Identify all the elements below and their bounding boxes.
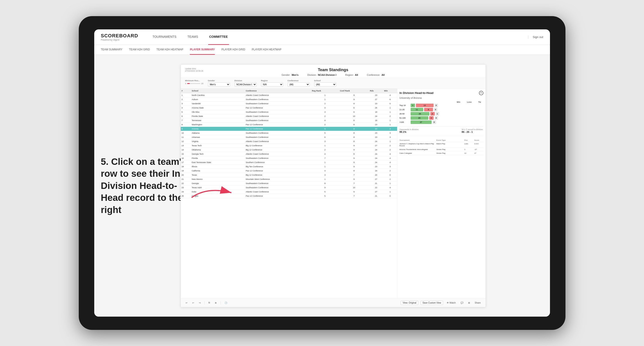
table-row[interactable]: 8 Washington Pac-12 Conference 2 8 23 1 <box>181 122 397 127</box>
filter-school: School (All) <box>314 80 336 87</box>
cell-school: East Tennessee State <box>191 160 245 164</box>
subnav-player-h2h-grid[interactable]: PLAYER H2H GRID <box>222 45 245 55</box>
h2h-wl-group: W-L-T record in-division: 86 - 26 - 1 <box>462 128 484 133</box>
undo-button[interactable]: ↩ <box>184 301 189 305</box>
region-filter-select[interactable]: N/A <box>261 82 283 87</box>
table-row[interactable]: 4 Arizona State Pac-12 Conference 4 6 26… <box>181 106 397 110</box>
save-custom-button[interactable]: Save Custom View <box>420 301 443 305</box>
table-row[interactable]: 7 Tennessee Southeastern Conference 4 6 … <box>181 118 397 122</box>
subnav-player-h2h-heatmap[interactable]: PLAYER H2H HEATMAP <box>252 45 282 55</box>
table-row[interactable]: 10 Alabama Southeastern Conference 5 8 2… <box>181 131 397 135</box>
table-row[interactable]: 18 Illinois Big Ten Conference 1 9 23 3 <box>181 164 397 169</box>
col-tournament-label: Tournament <box>400 139 436 141</box>
division-filter-select[interactable]: NCAA Division I <box>234 82 257 87</box>
cell-win: 4 <box>383 156 397 160</box>
grid-button[interactable]: ⊞ <box>467 301 471 305</box>
table-row[interactable]: 19 California Pac-12 Conference 4 8 24 2 <box>181 169 397 173</box>
cell-conf-rank: 8 <box>339 139 369 143</box>
bottom-toolbar: ↩ ↩ ↪ | ⧉ ⊕ | 🕐 View: Original Save Cust… <box>181 298 486 307</box>
region-meta: Region: All <box>345 74 358 76</box>
table-row[interactable]: 17 East Tennessee State Southern Confere… <box>181 160 397 164</box>
h2h-range-row: >100 27 0 <box>400 120 484 124</box>
cell-conf-rank: 8 <box>339 127 369 131</box>
table-row[interactable]: 3 Vanderbilt Southeastern Conference 2 8… <box>181 101 397 106</box>
cell-school: Florida State <box>191 114 245 118</box>
paste-button[interactable]: ⊕ <box>214 301 218 305</box>
watch-button[interactable]: 👁 Watch <box>445 301 457 305</box>
cell-rank: 8 <box>181 122 191 127</box>
cell-conference: Southeastern Conference <box>245 97 311 101</box>
cell-rds: 23 <box>369 131 383 135</box>
table-row[interactable]: 20 Texas Big 12 Conference 3 7 20 0 <box>181 173 397 177</box>
sign-out-button[interactable]: Sign out <box>528 35 543 39</box>
table-row[interactable]: 2 Auburn Southeastern Conference 1 9 27 … <box>181 97 397 101</box>
cell-conference: Pac-12 Conference <box>245 127 311 131</box>
main-content: 5. Click on a team's row to see their In… <box>94 55 550 317</box>
table-row[interactable]: 5 Ole Miss Southeastern Conference 3 6 1… <box>181 110 397 114</box>
table-row[interactable]: 15 Georgia Tech Atlantic Coast Conferenc… <box>181 152 397 156</box>
cell-conf-rank: 9 <box>339 156 369 160</box>
cell-win: 1 <box>383 181 397 185</box>
tablet-screen: SCOREBOARD Powered by clipp'd TOURNAMENT… <box>94 29 550 317</box>
redo-button[interactable]: ↪ <box>198 301 202 305</box>
conference-filter-select[interactable]: (All) <box>288 82 310 87</box>
cell-conference: Southeastern Conference <box>245 110 311 114</box>
h2h-loss-bar: 8 <box>424 108 433 111</box>
undo2-button[interactable]: ↩ <box>191 301 195 305</box>
subnav-team-h2h-heatmap[interactable]: TEAM H2H HEATMAP <box>156 45 183 55</box>
table-row[interactable]: 13 Texas Tech Big 12 Conference 1 9 27 2 <box>181 143 397 148</box>
comment-button[interactable]: 💬 <box>459 301 464 305</box>
arrow-indicator <box>189 184 234 203</box>
panel-meta: Gender: Men's Division: NCAA Division I … <box>185 74 481 76</box>
cell-rds: 23 <box>369 135 383 139</box>
cell-reg-rank: 1 <box>311 97 339 101</box>
panel-title: Team Standings <box>185 68 481 72</box>
school-filter-select[interactable]: (All) <box>314 82 336 87</box>
h2h-bar-container: 27 0 <box>410 120 484 124</box>
cell-rank: 20 <box>181 173 191 177</box>
cell-rank: 1 <box>181 93 191 97</box>
share-button[interactable]: Share <box>474 301 482 305</box>
cell-conference: Big Ten Conference <box>245 164 311 169</box>
h2h-tournament-row: Jackson T. Stephens Cup Men's Match-Play… <box>400 143 484 148</box>
cell-conference: Pac-12 Conference <box>245 194 311 198</box>
cell-school: Virginia <box>191 139 245 143</box>
cell-conf-rank: 8 <box>339 131 369 135</box>
table-row[interactable]: 21 New Mexico Mountain West Conference 1… <box>181 177 397 181</box>
nav-item-committee[interactable]: COMMITTEE <box>208 29 229 45</box>
cell-rank: 13 <box>181 143 191 148</box>
subnav-player-summary[interactable]: PLAYER SUMMARY <box>190 45 214 55</box>
table-row[interactable]: 14 Oklahoma Big 12 Conference 2 9 24 2 <box>181 148 397 152</box>
cell-conference: Southeastern Conference <box>245 135 311 139</box>
cell-school: New Mexico <box>191 177 245 181</box>
copy-button[interactable]: ⧉ <box>207 301 211 305</box>
cell-conference: Southeastern Conference <box>245 156 311 160</box>
logo-area: SCOREBOARD Powered by clipp'd <box>101 33 138 41</box>
nav-items: TOURNAMENTS TEAMS COMMITTEE <box>151 29 528 45</box>
table-row[interactable]: 1 North Carolina Atlantic Coast Conferen… <box>181 93 397 97</box>
subnav-team-summary[interactable]: TEAM SUMMARY <box>101 45 122 55</box>
nav-item-teams[interactable]: TEAMS <box>186 29 199 45</box>
table-row[interactable]: 11 Arkansas Southeastern Conference 6 8 … <box>181 135 397 139</box>
col-rank: # <box>181 89 191 93</box>
table-row[interactable]: 12 Virginia Atlantic Coast Conference 3 … <box>181 139 397 143</box>
cell-reg-rank: 3 <box>311 110 339 114</box>
col-reg-rank: Reg Rank <box>311 89 339 93</box>
view-original-button[interactable]: View: Original <box>401 301 418 305</box>
tour-name: Arizona Thunderbirds Intercollegiate <box>400 149 436 151</box>
clock-button[interactable]: 🕐 <box>223 301 228 305</box>
gender-filter-select[interactable]: Men's Women's <box>208 82 230 87</box>
cell-conference: Pac-12 Conference <box>245 106 311 110</box>
h2h-stats-row: Opponents in division: 99.1% W-L-T recor… <box>400 128 484 133</box>
table-row[interactable]: 9 Arizona Pac-12 Conference 5 8 23 3 <box>181 127 397 131</box>
nav-item-tournaments[interactable]: TOURNAMENTS <box>151 29 178 45</box>
cell-win: 1 <box>383 139 397 143</box>
min-rounds-slider[interactable] <box>187 83 200 84</box>
cell-rds: 27 <box>369 189 383 194</box>
slider-fill <box>187 83 190 84</box>
subnav-team-h2h-grid[interactable]: TEAM H2H GRID <box>129 45 150 55</box>
table-row[interactable]: 6 Florida State Atlantic Coast Conferenc… <box>181 114 397 118</box>
h2h-close-button[interactable]: ✕ <box>479 91 484 95</box>
table-row[interactable]: 16 Florida Southeastern Conference 7 9 2… <box>181 156 397 160</box>
cell-conf-rank: 9 <box>339 164 369 169</box>
